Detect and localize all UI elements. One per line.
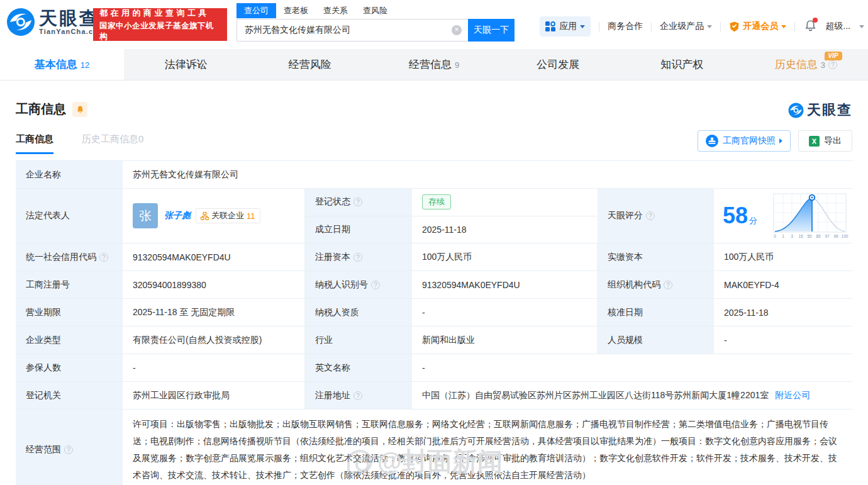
svg-text:50: 50: [807, 234, 812, 238]
tab-history-info-label: 历史信息: [775, 57, 818, 72]
reg-status-label-text: 登记状态: [315, 196, 350, 208]
tab-legal-litigation[interactable]: 法律诉讼: [124, 49, 248, 80]
divider: [794, 22, 795, 31]
tianyancha-watermark-logo: 天眼查: [788, 101, 852, 120]
monitor-bell-button[interactable]: [72, 102, 87, 117]
tab-intellectual-property[interactable]: 知识产权: [620, 49, 744, 80]
notifications-bell[interactable]: [804, 20, 816, 33]
taxpayer-qualification-label: 纳税人资质: [305, 299, 412, 326]
export-button[interactable]: 导出: [798, 130, 852, 152]
svg-text:1: 1: [782, 234, 784, 238]
business-scope-label: 经营范围: [16, 410, 123, 485]
score-distribution-chart: 0 1 3 15 50 85 97 99 100: [772, 192, 849, 240]
help-icon[interactable]: [828, 60, 837, 69]
industry-label: 行业: [305, 326, 412, 354]
enterprise-products-label: 企业级产品: [660, 21, 704, 32]
search-tabs: 查公司 查老板 查关系 查风险: [236, 3, 515, 18]
org-code-value: MAK0EYFD-4: [714, 271, 852, 298]
reg-capital-value: 100万人民币: [412, 243, 598, 270]
company-type-label: 企业类型: [16, 326, 123, 354]
english-name-value: -: [412, 354, 852, 381]
enterprise-products-menu[interactable]: 企业级产品: [660, 21, 712, 32]
svg-text:0: 0: [774, 234, 776, 238]
stamp-icon: [706, 135, 718, 147]
arrow-right-icon: [779, 138, 782, 143]
official-snapshot-button[interactable]: 工商官网快照: [698, 130, 791, 152]
chevron-down-icon: [580, 25, 585, 28]
tab-operation-risk[interactable]: 经营风险: [248, 49, 372, 80]
related-companies-badge[interactable]: 关联企业 11: [196, 208, 260, 223]
nearby-companies-link[interactable]: 附近公司: [775, 390, 810, 401]
legal-rep-label: 法定代表人: [16, 189, 123, 243]
status-badge: 存续: [422, 194, 451, 209]
search-button[interactable]: 天眼一下: [468, 19, 515, 42]
legal-rep-avatar[interactable]: 张: [133, 203, 158, 228]
industry-value: 新闻和出版业: [412, 326, 598, 354]
vip-menu[interactable]: 开通会员: [729, 21, 786, 32]
legal-rep-name-link[interactable]: 张子彪: [164, 210, 191, 221]
legal-rep-value: 张 张子彪 关联企业 11: [123, 189, 305, 243]
subtab-history-business-info[interactable]: 历史工商信息0: [82, 133, 143, 152]
vip-menu-label: 开通会员: [743, 21, 778, 32]
help-icon[interactable]: [99, 253, 108, 262]
svg-text:85: 85: [816, 234, 821, 238]
reg-authority-label: 登记机关: [16, 382, 123, 409]
reg-capital-label-text: 注册资本: [315, 252, 350, 263]
company-name-value: 苏州无咎文化传媒有限公司: [123, 161, 852, 188]
reg-capital-label: 注册资本: [305, 243, 412, 270]
tab-operation-info[interactable]: 经营信息 9: [372, 49, 496, 80]
help-icon[interactable]: [64, 445, 73, 454]
tianyancha-logo[interactable]: 天眼查 TianYanCha.com: [6, 8, 105, 36]
search-input[interactable]: [236, 19, 468, 42]
credit-code-value: 91320594MAK0EYFD4U: [123, 243, 305, 270]
help-icon[interactable]: [353, 391, 362, 400]
search-tab-relation[interactable]: 查关系: [316, 3, 355, 18]
cooperation-menu[interactable]: 商务合作: [608, 21, 643, 32]
taxpayer-qualification-value: -: [412, 299, 598, 326]
reg-address-label-text: 注册地址: [315, 390, 350, 401]
credit-code-label-text: 统一社会信用代码: [26, 252, 96, 263]
help-icon[interactable]: [646, 211, 655, 220]
score-axis-ticks: 0 1 3 15 50 85 97 99 100: [774, 234, 849, 238]
reg-number-label: 工商注册号: [16, 271, 123, 298]
reg-address-text: 中国（江苏）自由贸易试验区苏州片区苏州工业园区八达街118号苏州新闻大厦1幢22…: [422, 390, 769, 401]
top-menu: 应用 商务合作 企业级产品 开通会员: [540, 16, 864, 36]
insured-count-value: -: [123, 354, 305, 381]
user-menu[interactable]: 超级...: [825, 21, 864, 32]
help-icon[interactable]: [353, 253, 362, 262]
tab-operation-risk-label: 经营风险: [289, 57, 331, 72]
search-tab-risk[interactable]: 查风险: [355, 3, 395, 18]
apps-menu[interactable]: 应用: [540, 16, 591, 36]
help-icon[interactable]: [371, 281, 380, 289]
help-icon[interactable]: [353, 198, 362, 206]
vip-badge: VIP: [825, 52, 842, 60]
username-label: 超级...: [825, 21, 850, 32]
tab-basic-info-label: 基本信息: [35, 57, 77, 72]
clear-search-icon[interactable]: ×: [452, 25, 462, 35]
tab-history-info[interactable]: 历史信息 3 VIP: [744, 49, 868, 80]
tab-company-development[interactable]: 公司发展: [496, 49, 620, 80]
tab-history-info-count: 3: [821, 60, 825, 70]
subtab-business-info[interactable]: 工商信息: [16, 133, 53, 154]
tab-basic-info[interactable]: 基本信息 12: [0, 49, 124, 80]
promo-line2: 国家中小企业发展子基金旗下机构: [99, 21, 221, 42]
help-icon[interactable]: [664, 281, 672, 289]
official-snapshot-label: 工商官网快照: [723, 135, 776, 147]
paid-capital-label: 实缴资本: [598, 243, 714, 270]
svg-text:97: 97: [825, 234, 830, 238]
notification-dot: [813, 18, 818, 23]
taxpayer-id-label-text: 纳税人识别号: [315, 279, 368, 291]
establish-date-value: 2025-11-18: [412, 216, 598, 243]
approval-date-label: 核准日期: [598, 299, 714, 326]
vip-crown-icon: [729, 21, 740, 32]
related-companies-count: 11: [247, 211, 255, 221]
business-term-label: 营业期限: [16, 299, 123, 326]
apps-menu-label: 应用: [559, 21, 577, 32]
tianyancha-swirl-icon: [788, 103, 804, 118]
search-tab-company[interactable]: 查公司: [236, 3, 276, 18]
brand-mark-text: 天眼查: [807, 101, 852, 120]
search-tab-boss[interactable]: 查老板: [276, 3, 316, 18]
tianyancha-swirl-icon: [6, 8, 35, 36]
paid-capital-value: 100万人民币: [714, 243, 852, 270]
chevron-down-icon: [707, 25, 712, 28]
